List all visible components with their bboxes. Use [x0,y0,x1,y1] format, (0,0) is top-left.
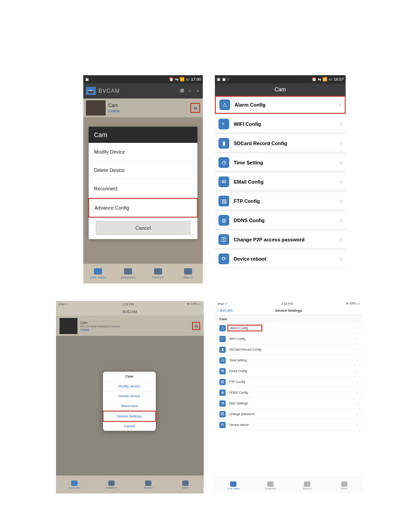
row-device-reboot[interactable]: ⟳ Device reboot › [215,250,346,268]
tab-snapshot[interactable]: Snapshot [93,476,130,493]
tab-record[interactable]: Record [130,476,167,493]
chevron-right-icon: › [340,178,342,185]
app-top-bar: 📷 BVCAM ▦ ⌕ ＋ [83,83,203,99]
camera-thumbnail [60,318,77,334]
row-wifi-config[interactable]: ᯤ WiFi Config › [215,334,363,344]
tab-live-video[interactable]: Live video [83,264,113,283]
search-icon[interactable]: ⌕ [188,88,191,94]
chevron-right-icon: › [357,412,358,416]
sheet-title: Cam [89,127,197,143]
tab-live-video[interactable]: Live video [215,478,252,493]
key-icon: ⚿ [218,234,229,245]
app-logo-icon: 📷 [86,87,96,95]
row-ftp-config[interactable]: ▤ FTP Config › [215,192,346,210]
dialog-item-modify[interactable]: Modify device [103,382,156,391]
screenshot-android-sheet: ▣ ⏰ ⇆ 📶 ▭ 17:00 📷 BVCAM ▦ ⌕ ＋ Cam Online… [83,75,203,283]
gear-icon: ⚙ [219,400,226,407]
grid-icon[interactable]: ▦ [180,88,184,94]
alarm-icon: ⚠ [219,99,230,110]
tab-alarm[interactable]: Alarm [173,264,203,283]
chevron-right-icon: › [357,347,358,352]
status-bar: ▣ ⏰ ⇆ 📶 ▭ 17:00 [83,75,203,83]
sheet-item-delete[interactable]: Delete Device [89,161,197,180]
dialog-item-reconnect[interactable]: Reconnect [103,401,156,411]
reboot-icon: ⟳ [218,253,229,264]
row-misc-settings[interactable]: ⚙ Misc Settings › [215,398,363,409]
back-button[interactable]: ‹ BVCAM [218,309,232,313]
wifi-icon: ᯤ [218,119,229,129]
row-ftp-config[interactable]: ▤ FTP Config › [215,377,363,387]
row-alarm-config[interactable]: ⚠ Alarm Config › [215,323,363,334]
dialog-title: Cam [103,372,156,382]
settings-gear-icon[interactable]: ⚙ [190,103,200,113]
camera-status: Online [108,109,120,113]
reboot-icon: ⟳ [219,422,226,428]
mail-icon: ✉ [218,176,229,187]
row-device-reboot[interactable]: ⟳ Device reboot › [215,420,363,430]
camera-row[interactable]: Cam Online ⚙ [83,99,203,117]
tab-bar: Live video Snapshot Record Alarm [83,264,203,283]
screen-title: Cam [215,83,346,96]
row-ddns-config[interactable]: ◍ DDNS Config › [215,387,363,398]
sheet-item-reconnect[interactable]: Reconnect [89,180,197,198]
header-title: Device Settings [275,309,302,313]
row-ddns-config[interactable]: ◍ DDNS Config › [215,211,346,229]
ftp-icon: ▤ [218,196,229,206]
row-email-config[interactable]: ✉ Email Config › [215,366,363,377]
row-email-config[interactable]: ✉ EMail Config › [215,173,346,191]
cancel-button[interactable]: Cancel [96,221,190,235]
row-change-password[interactable]: ⚿ Change P2P access password › [215,231,346,249]
tab-alarm[interactable]: Alarm [326,478,363,493]
tab-snapshot[interactable]: Snapshot [113,264,143,283]
tab-live-video[interactable]: Live video [56,476,93,493]
status-bar: iPad ᯤ 2:34 PM ⊕ 68% ▭ [215,301,363,306]
row-time-setting[interactable]: ◷ Time Setting › [215,355,363,366]
device-dialog: Cam Modify device Delete device Reconnec… [103,372,156,431]
alarm-icon [341,481,347,487]
chevron-right-icon: › [340,255,342,262]
mail-icon: ✉ [219,368,226,374]
camera-row[interactable]: Cam KD111F-838F306B85CD-404822 Online ⚙ [56,316,204,336]
dialog-item-delete[interactable]: Delete device [103,391,156,401]
status-bar: iPad ᯤ 1:56 PM ⊕ 72% ▭ [56,301,204,307]
ddns-icon: ◍ [218,215,229,226]
sheet-item-advance-config[interactable]: Advance Config [88,198,198,218]
row-sdcard-config[interactable]: ▮ SDCard Record Config › [215,344,363,355]
record-icon [304,481,310,487]
tab-alarm[interactable]: Alarm [167,476,204,493]
key-icon: ⚿ [219,411,226,417]
tab-record[interactable]: Record [143,264,173,283]
tab-record[interactable]: Record [289,478,326,493]
row-change-password[interactable]: ⚿ Change password › [215,409,363,420]
screenshot-ipad-settings: iPad ᯤ 2:34 PM ⊕ 68% ▭ ‹ BVCAM Device Se… [215,301,363,493]
clock-icon: ◷ [218,157,229,168]
row-sdcard-config[interactable]: ▮ SDCard Record Config › [215,134,346,152]
app-title: BVCAM [56,307,204,316]
chevron-right-icon: › [357,390,358,395]
camera-name: Cam [108,103,120,108]
camera-thumbnail [86,100,106,116]
chevron-right-icon: › [357,422,358,427]
row-wifi-config[interactable]: ᯤ WIFI Config › [215,115,346,133]
alarm-icon [184,268,192,275]
sdcard-icon: ▮ [219,347,226,353]
cancel-button[interactable]: Cancel [103,421,156,431]
alarm-icon [182,481,188,486]
tab-snapshot[interactable]: Snapshot [252,478,289,493]
screenshot-android-config: ▣ ▣ ○ ⏰ ⇆ 📶 ▭ 16:57 Cam ⚠ Alarm Config ›… [215,75,346,262]
sheet-item-modify[interactable]: Modify Device [89,143,197,161]
add-icon[interactable]: ＋ [196,88,200,94]
camera-name: Cam [80,321,120,325]
settings-gear-icon[interactable]: ⚙ [192,322,200,330]
status-right: ⊕ 72% ▭ [187,302,201,306]
chevron-right-icon: › [357,369,358,373]
row-time-setting[interactable]: ◷ Time Setting › [215,154,346,172]
status-center: 1:56 PM [122,303,134,306]
row-alarm-config[interactable]: ⚠ Alarm Config › [215,96,346,114]
status-right: ⏰ ⇆ 📶 ▭ 17:00 [169,77,201,82]
chevron-right-icon: › [357,326,358,330]
chevron-right-icon: › [357,336,358,341]
chevron-right-icon: › [357,401,358,406]
chevron-right-icon: › [340,140,342,146]
dialog-item-device-settings[interactable]: Device Settings [103,411,156,422]
